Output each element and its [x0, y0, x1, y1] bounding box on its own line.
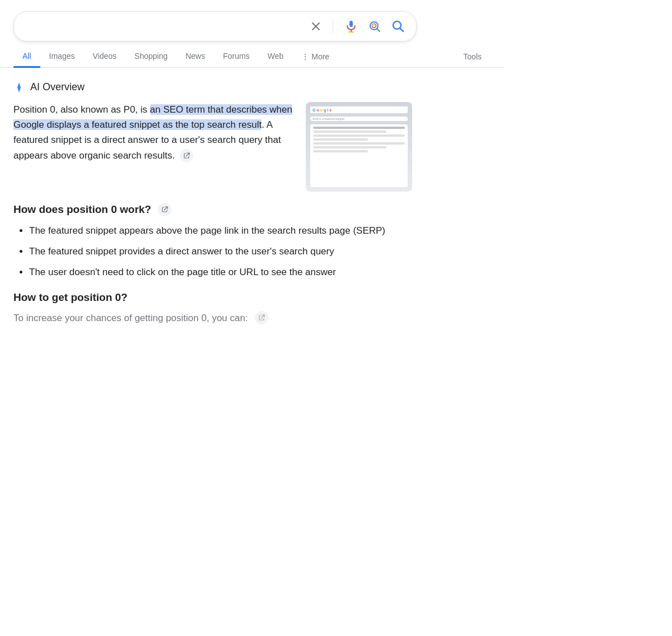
- search-divider: [333, 20, 333, 33]
- ai-overview-header: AI Overview: [13, 81, 412, 93]
- thumb-search-box: what is a featured snippet: [310, 117, 408, 121]
- search-bar-container: position 0: [0, 0, 672, 41]
- tab-videos[interactable]: Videos: [83, 46, 125, 68]
- thumbnail[interactable]: G o o g l e what is a featured snippet: [306, 102, 412, 192]
- clear-button[interactable]: [308, 18, 324, 34]
- svg-line-7: [377, 29, 380, 31]
- ai-diamond-icon: [13, 82, 25, 93]
- search-bar: position 0: [13, 11, 417, 41]
- bullet-item-2: The featured snippet provides a direct a…: [29, 244, 412, 259]
- link-svg-3: [258, 314, 265, 321]
- mic-button[interactable]: [342, 17, 360, 35]
- ai-overview-label: AI Overview: [30, 81, 85, 93]
- mic-icon: [344, 20, 358, 33]
- main-content: AI Overview Position 0, also known as P0…: [0, 68, 426, 326]
- bullet-item-1: The featured snippet appears above the p…: [29, 223, 412, 238]
- tools-button[interactable]: Tools: [454, 47, 491, 67]
- link-icon-2[interactable]: [158, 203, 171, 216]
- search-icon: [391, 20, 405, 33]
- svg-rect-2: [349, 21, 353, 27]
- link-icon-3[interactable]: [255, 311, 268, 324]
- more-dots-icon: ⋮: [301, 52, 309, 61]
- tab-news[interactable]: News: [176, 46, 214, 68]
- svg-line-13: [261, 315, 264, 318]
- nav-tabs: All Images Videos Shopping News Forums W…: [0, 41, 504, 68]
- bullet-item-3: The user doesn't need to click on the pa…: [29, 264, 412, 280]
- section2-heading: How to get position 0?: [13, 291, 412, 304]
- content-with-image: Position 0, also known as P0, is an SEO …: [13, 102, 412, 192]
- more-label: More: [311, 52, 329, 61]
- section1-heading: How does position 0 work?: [13, 203, 412, 216]
- thumb-google-bar: G o o g l e: [310, 106, 408, 113]
- lens-icon: [368, 20, 381, 33]
- svg-line-11: [186, 153, 189, 156]
- thumb-snippet-box: [310, 124, 408, 187]
- intro-text: Position 0, also known as P0, is: [13, 104, 150, 115]
- more-menu[interactable]: ⋮ More: [292, 47, 338, 67]
- clear-icon: [310, 21, 321, 32]
- section1-heading-text: How does position 0 work?: [13, 203, 151, 216]
- thumbnail-mock: G o o g l e what is a featured snippet: [306, 102, 412, 192]
- section2-intro: To increase your chances of getting posi…: [13, 310, 412, 326]
- tab-forums[interactable]: Forums: [214, 46, 258, 68]
- tab-shopping[interactable]: Shopping: [125, 46, 176, 68]
- tab-web[interactable]: Web: [259, 46, 293, 68]
- ai-overview-text: Position 0, also known as P0, is an SEO …: [13, 102, 295, 192]
- bullet-list: The featured snippet appears above the p…: [13, 223, 412, 280]
- section2-intro-text: To increase your chances of getting posi…: [13, 310, 248, 326]
- link-icon-1[interactable]: [180, 149, 193, 163]
- svg-line-9: [400, 29, 404, 32]
- tab-all[interactable]: All: [13, 46, 40, 68]
- svg-line-12: [164, 207, 167, 210]
- link-svg-2: [161, 206, 168, 213]
- tab-images[interactable]: Images: [40, 46, 84, 68]
- search-input[interactable]: position 0: [23, 21, 302, 33]
- svg-marker-10: [17, 82, 21, 92]
- lens-button[interactable]: [366, 17, 384, 35]
- search-button[interactable]: [389, 17, 407, 35]
- link-svg: [183, 152, 190, 159]
